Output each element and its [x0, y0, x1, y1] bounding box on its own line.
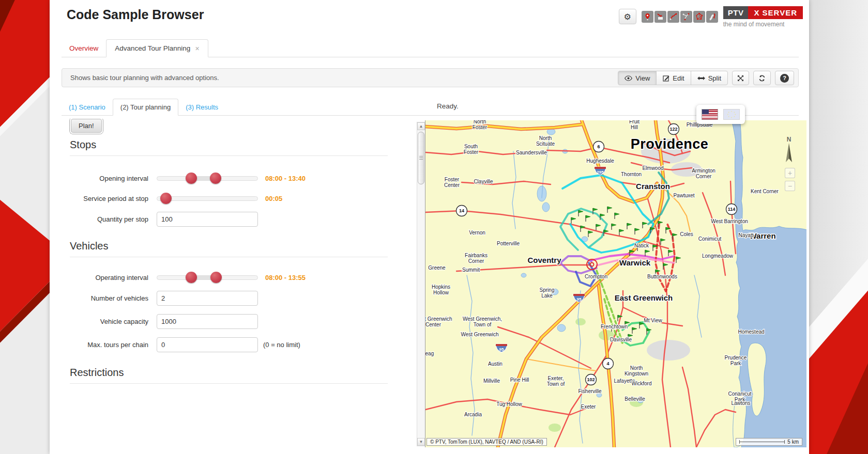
us-flag-icon[interactable] [702, 109, 718, 120]
scroll-up-icon[interactable]: ▲ [417, 122, 425, 130]
sample-icon-strip [642, 11, 718, 23]
svg-text:Vernon: Vernon [469, 230, 485, 236]
svg-text:Coventry: Coventry [527, 256, 561, 264]
page: Code Sample Browser ⚙ PTV X SERVER t [0, 0, 868, 454]
svg-text:NorthFoster: NorthFoster [473, 120, 488, 130]
left-brand-ribbon [0, 0, 50, 454]
operating-interval-value: 08:00 - 13:55 [265, 274, 306, 281]
eye-icon [625, 75, 632, 81]
tab-results[interactable]: (3) Results [178, 99, 225, 115]
form-scrollbar[interactable]: ▲ ▼ [417, 122, 425, 446]
svg-text:102: 102 [587, 377, 595, 382]
pencil-square-icon [663, 75, 669, 82]
opening-interval-slider[interactable] [157, 176, 258, 181]
language-switcher [696, 105, 745, 124]
number-of-vehicles-label: Number of vehicles [62, 294, 148, 302]
stops-section-title: Stops [70, 139, 388, 156]
svg-text:Exeter: Exeter [581, 404, 597, 410]
help-button[interactable]: ? [775, 71, 794, 85]
map-canvas[interactable]: 12261411441022959595ProvidenceCranstonCo… [425, 120, 806, 447]
tab-advanced-tour-planning[interactable]: Advanced Tour Planning × [106, 39, 208, 57]
vehicle-capacity-row: Vehicle capacity [62, 314, 408, 329]
zoom-in-button[interactable]: + [785, 168, 795, 178]
edit-button[interactable]: Edit [656, 71, 691, 85]
step-tab-bar: (1) Scenario (2) Tour planning (3) Resul… [62, 98, 799, 116]
scroll-down-icon[interactable]: ▼ [417, 438, 425, 446]
status-text: Ready. [437, 102, 459, 110]
tab-scenario[interactable]: (1) Scenario [62, 99, 113, 115]
svg-text:Kent Corner: Kent Corner [751, 189, 779, 194]
service-period-label: Service period at stop [62, 195, 148, 202]
svg-text:Millville: Millville [483, 378, 500, 384]
ptv-logo-text: PTV [723, 6, 749, 19]
svg-text:Hughesdale: Hughesdale [586, 158, 614, 164]
vehicle-capacity-input[interactable] [157, 314, 258, 329]
tab-overview[interactable]: Overview [62, 40, 106, 57]
main-tab-bar: Overview Advanced Tour Planning × [62, 37, 799, 57]
svg-text:Summit: Summit [462, 267, 480, 273]
zoom-out-button[interactable]: − [785, 181, 795, 191]
view-label: View [635, 74, 650, 82]
svg-text:Elmwood: Elmwood [642, 165, 663, 171]
tab-tour-planning[interactable]: (2) Tour planning [113, 99, 178, 116]
svg-text:Arcadia: Arcadia [464, 412, 482, 417]
plan-button[interactable]: Plan! [71, 119, 102, 133]
svg-text:Austin: Austin [488, 361, 502, 367]
service-period-slider[interactable] [157, 196, 258, 201]
svg-text:Cranston: Cranston [636, 182, 670, 191]
brand-tagline: the mind of movement [723, 21, 785, 28]
operating-interval-slider[interactable] [157, 275, 258, 280]
svg-text:Thornton: Thornton [621, 171, 642, 177]
map-scale-bar: 5 km [736, 438, 802, 446]
svg-text:Exeter,Town of: Exeter,Town of [547, 375, 565, 387]
svg-text:Saundersville: Saundersville [516, 150, 547, 155]
svg-text:Frenchtown: Frenchtown [601, 324, 628, 330]
svg-text:Clayville: Clayville [474, 179, 493, 184]
svg-text:Coles: Coles [680, 231, 693, 237]
quantity-input[interactable] [157, 212, 258, 227]
right-brand-ribbon [809, 0, 868, 454]
slider-handle-start[interactable] [186, 173, 197, 184]
svg-text:West Barrington: West Barrington [711, 218, 748, 224]
fullscreen-button[interactable] [732, 71, 749, 85]
close-tab-icon[interactable]: × [195, 45, 199, 52]
svg-text:Homestead: Homestead [738, 329, 764, 335]
tab-label: Advanced Tour Planning [115, 44, 190, 52]
map-container[interactable]: 12261411441022959595ProvidenceCranstonCo… [425, 120, 806, 447]
app-header: Code Sample Browser ⚙ PTV X SERVER t [50, 0, 809, 31]
quantity-row: Quantity per stop [62, 212, 408, 227]
svg-text:122: 122 [669, 127, 677, 132]
slider-handle-start[interactable] [186, 272, 197, 283]
svg-text:Pawtuxet: Pawtuxet [673, 193, 694, 198]
split-button[interactable]: Split [691, 71, 728, 85]
max-tours-input[interactable] [157, 337, 258, 352]
svg-text:Davisville: Davisville [610, 337, 632, 342]
opening-interval-label: Opening interval [62, 175, 148, 182]
svg-text:Wickford: Wickford [632, 381, 652, 386]
number-of-vehicles-input[interactable] [157, 291, 258, 306]
eu-flag-icon[interactable] [723, 109, 740, 120]
svg-text:95: 95 [577, 297, 582, 302]
svg-text:FosterCenter: FosterCenter [444, 177, 460, 188]
slider-handle-end[interactable] [210, 173, 221, 184]
svg-text:Greene: Greene [428, 265, 446, 271]
svg-text:4: 4 [606, 361, 609, 366]
svg-text:Potterville: Potterville [497, 241, 520, 246]
refresh-button[interactable] [753, 71, 771, 85]
view-button[interactable]: View [618, 71, 657, 85]
svg-text:SouthFoster: SouthFoster [464, 144, 479, 155]
max-tours-label: Max. tours per chain [62, 341, 148, 349]
restrictions-section-title: Restrictions [70, 367, 388, 384]
opening-interval-row: Opening interval 08:00 - 13:40 [62, 175, 408, 182]
slider-handle-end[interactable] [210, 272, 222, 283]
quantity-label: Quantity per stop [62, 215, 148, 223]
settings-button[interactable]: ⚙ [619, 9, 636, 24]
split-arrows-icon [697, 76, 705, 81]
svg-text:14: 14 [459, 208, 464, 213]
tour-planning-form: Plan! Stops Opening interval 08:00 - 13:… [62, 119, 408, 449]
slider-handle[interactable] [160, 193, 172, 204]
service-period-value: 00:05 [265, 195, 282, 202]
mode-button-group: View Edit Split [618, 71, 728, 85]
scrollbar-thumb[interactable] [418, 132, 424, 184]
svg-text:Natick: Natick [634, 243, 649, 248]
